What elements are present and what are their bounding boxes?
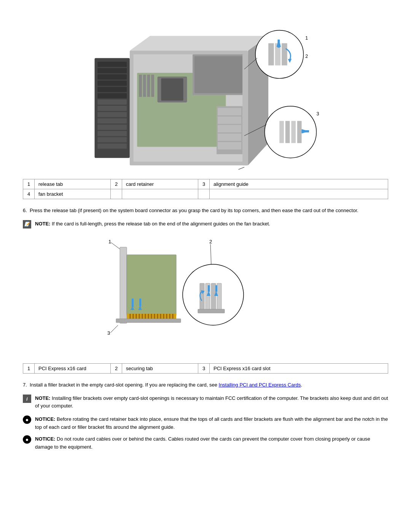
- notice-2-label: NOTICE:: [35, 436, 55, 442]
- svg-rect-34: [242, 54, 248, 165]
- note-2-label: NOTE:: [35, 395, 50, 401]
- table-cell: 2: [111, 179, 122, 189]
- bottom-parts-table: 1 PCI Express x16 card 2 securing tab 3 …: [23, 363, 388, 374]
- bottom-diagram: 1 3 2: [23, 234, 388, 356]
- table-cell: release tab: [35, 179, 111, 189]
- svg-rect-47: [279, 121, 284, 143]
- svg-rect-89: [198, 309, 225, 313]
- notice-2-content: Do not route card cables over or behind …: [35, 436, 370, 450]
- svg-rect-13: [97, 137, 127, 142]
- svg-rect-27: [194, 56, 242, 93]
- svg-text:2: 2: [305, 54, 308, 59]
- table-cell: [111, 189, 122, 199]
- note-1-content: If the card is full-length, press the re…: [52, 221, 270, 227]
- svg-rect-42: [277, 40, 280, 48]
- svg-rect-40: [282, 43, 287, 66]
- svg-line-95: [210, 244, 211, 264]
- table-cell: [122, 189, 198, 199]
- svg-rect-6: [97, 93, 127, 99]
- note-2-content: Installing filler brackets over empty ca…: [35, 395, 388, 409]
- note-1-box: 📝 NOTE: If the card is full-length, pres…: [23, 220, 388, 228]
- table-cell: card retainer: [122, 179, 198, 189]
- svg-rect-29: [218, 108, 241, 115]
- notice-1-box: ● NOTICE: Before rotating the card retai…: [23, 415, 388, 431]
- table-cell: PCI Express x16 card slot: [210, 363, 388, 373]
- svg-marker-16: [130, 36, 268, 51]
- svg-rect-58: [120, 247, 127, 323]
- svg-rect-12: [97, 131, 127, 136]
- svg-rect-87: [211, 283, 216, 310]
- table-cell: fan bracket: [35, 189, 111, 199]
- step-7-after: .: [301, 382, 303, 388]
- svg-rect-48: [285, 121, 290, 143]
- svg-rect-7: [97, 99, 127, 105]
- notice-1-label: NOTICE:: [35, 416, 55, 422]
- svg-rect-8: [97, 106, 127, 111]
- svg-text:3: 3: [316, 111, 319, 117]
- svg-rect-4: [97, 81, 127, 86]
- svg-rect-20: [139, 75, 142, 97]
- table-cell: alignment guide: [210, 179, 388, 189]
- svg-rect-52: [302, 130, 309, 133]
- svg-rect-91: [208, 285, 210, 292]
- table-cell: 2: [111, 363, 122, 373]
- table-cell: 3: [198, 179, 210, 189]
- svg-line-36: [211, 167, 244, 169]
- svg-line-57: [111, 243, 120, 249]
- table-cell: securing tab: [122, 363, 198, 373]
- svg-rect-50: [297, 121, 302, 143]
- svg-rect-88: [217, 283, 221, 310]
- step-7-before: Install a filler bracket in the empty ca…: [30, 382, 218, 388]
- notice-1-content: Before rotating the card retainer back i…: [35, 416, 388, 430]
- svg-rect-3: [97, 74, 127, 80]
- svg-rect-30: [218, 117, 241, 124]
- note-2-icon: i: [23, 395, 31, 403]
- step-6-content: Press the release tab (if present) on th…: [30, 208, 358, 213]
- svg-rect-33: [218, 142, 241, 149]
- note-1-label: NOTE:: [35, 221, 50, 227]
- svg-rect-14: [97, 144, 127, 149]
- svg-text:2: 2: [209, 239, 212, 244]
- note-2-box: i NOTE: Installing filler brackets over …: [23, 395, 388, 411]
- table-cell: 1: [23, 363, 35, 373]
- svg-rect-76: [116, 319, 181, 323]
- installing-pci-link[interactable]: Installing PCI and PCI Express Cards: [219, 382, 301, 388]
- svg-text:3: 3: [107, 330, 110, 336]
- note-1-text: NOTE: If the card is full-length, press …: [35, 220, 270, 228]
- table-cell: 1: [23, 179, 35, 189]
- svg-rect-1: [97, 62, 127, 67]
- svg-rect-2: [97, 68, 127, 73]
- step-6-number: 6.: [23, 208, 27, 213]
- svg-rect-32: [218, 134, 241, 141]
- svg-rect-31: [218, 125, 241, 132]
- note-2-text: NOTE: Installing filler brackets over em…: [35, 395, 388, 411]
- step-7-number: 7.: [23, 382, 27, 388]
- step-6-text: 6. Press the release tab (if present) on…: [23, 207, 388, 215]
- svg-rect-5: [97, 87, 127, 92]
- svg-rect-38: [268, 43, 274, 66]
- note-icon: 📝: [23, 220, 31, 228]
- svg-rect-93: [215, 285, 217, 292]
- svg-line-82: [110, 325, 118, 333]
- notice-2-text: NOTICE: Do not route card cables over or…: [35, 435, 388, 451]
- svg-rect-25: [161, 78, 183, 101]
- svg-rect-49: [291, 121, 296, 143]
- notice-2-icon: ●: [23, 435, 31, 444]
- step-7-text: 7. Install a filler bracket in the empty…: [23, 381, 388, 389]
- table-cell: 4: [23, 189, 35, 199]
- table-cell: PCI Express x16 card: [35, 363, 111, 373]
- top-diagram: 4 1 2: [23, 8, 388, 171]
- table-cell: [198, 189, 210, 199]
- svg-rect-80: [139, 299, 141, 307]
- svg-rect-78: [132, 299, 134, 307]
- top-parts-table: 1 release tab 2 card retainer 3 alignmen…: [23, 179, 388, 199]
- svg-text:1: 1: [108, 239, 111, 244]
- table-cell: [210, 189, 388, 199]
- svg-text:1: 1: [305, 35, 308, 41]
- svg-rect-23: [151, 75, 154, 97]
- svg-rect-10: [97, 118, 127, 124]
- svg-rect-22: [147, 75, 150, 97]
- notice-1-text: NOTICE: Before rotating the card retaine…: [35, 415, 388, 431]
- table-cell: 3: [198, 363, 210, 373]
- notice-1-icon: ●: [23, 415, 31, 424]
